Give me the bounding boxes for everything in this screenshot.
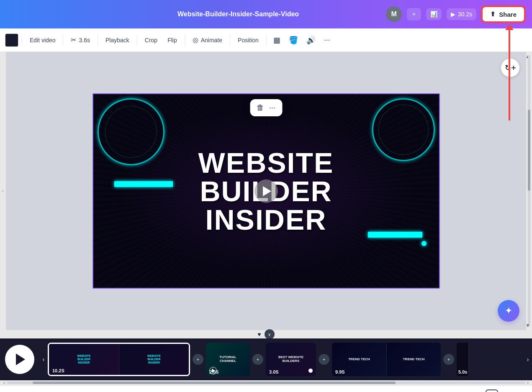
video-frame[interactable]: WEBSITE BUILDER INSIDER 🗑 ··· xyxy=(93,93,440,289)
share-icon: ⬆ xyxy=(490,10,496,18)
clip-3-thumbnail: BEST WEBSITEBUILDERS 3.0s xyxy=(266,343,316,376)
timeline-clip-4[interactable]: TREND TECH TREND TECH 9.9s xyxy=(332,343,441,376)
add-button[interactable]: ＋ xyxy=(407,8,421,20)
clip-3-record-icon xyxy=(308,369,313,373)
position-button[interactable]: Position xyxy=(234,34,263,46)
timeline-clip-2[interactable]: TUTORIALCHANNEL 2.0s xyxy=(206,343,250,376)
position-label: Position xyxy=(238,37,259,44)
divider-5 xyxy=(185,34,185,46)
timeline-clip-1[interactable]: WEBSITE BUILDER INSIDER WEBSITE BUILDER … xyxy=(48,343,190,376)
clip-5-duration: 5.0s xyxy=(458,369,467,374)
edit-video-button[interactable]: Edit video xyxy=(26,34,59,46)
clip-add-between-4-5[interactable]: + xyxy=(443,354,454,365)
refresh-button[interactable]: ↻ xyxy=(501,59,519,77)
timeline-scroll-left[interactable]: ‹ xyxy=(39,343,48,376)
delete-icon[interactable]: 🗑 xyxy=(257,103,264,112)
notes-icon-button[interactable]: ✏ xyxy=(7,389,16,392)
clip-add-between-2-3[interactable]: + xyxy=(252,354,263,365)
crop-button[interactable]: Crop xyxy=(141,34,162,46)
video-title-line1: WEBSITE xyxy=(198,149,334,177)
share-button[interactable]: ⬆ Share xyxy=(481,6,525,23)
bottom-scrollbar[interactable]: ‹ › xyxy=(0,380,532,385)
desktop-view-button[interactable]: 🖥 xyxy=(470,389,481,392)
clip-3-duration: 3.0s xyxy=(269,369,279,374)
help-button[interactable]: ? xyxy=(518,389,525,392)
playback-button[interactable]: Playback xyxy=(101,34,134,46)
clip-1-cyan-text3: INSIDER xyxy=(77,361,91,364)
volume-icon: 🔊 xyxy=(306,36,316,45)
canvas-area[interactable]: WEBSITE BUILDER INSIDER 🗑 ··· ↻ xyxy=(6,52,526,330)
playback-label: Playback xyxy=(105,37,129,44)
divider-6 xyxy=(230,34,230,46)
trim-button[interactable]: ✂ 3.6s xyxy=(67,33,94,46)
magic-ai-button[interactable]: ✦ xyxy=(498,300,519,322)
horizontal-scrollbar-track[interactable] xyxy=(7,382,525,384)
clip-4-duration: 9.9s xyxy=(335,369,345,374)
share-arrow-indicator xyxy=(509,28,510,120)
more-options-icon[interactable]: ··· xyxy=(269,103,275,112)
header-right: M ＋ 📊 ▶ 30.2s ⬆ Share xyxy=(386,6,525,23)
more-icon: ··· xyxy=(324,36,330,44)
project-title: Website-Builder-Insider-Sample-Video xyxy=(177,10,299,18)
more-button[interactable]: ··· xyxy=(321,33,334,47)
page-number-badge: 5 xyxy=(486,389,498,392)
statusbar: ✏ Notes 0:00 / 0:30 29% 🖥 5 ⤢ ? xyxy=(0,385,532,392)
timeline-clip-5-partial[interactable]: 5.0s xyxy=(457,343,469,376)
timeline-expand-button[interactable]: ∨ xyxy=(265,329,275,339)
clip-add-between-3-4[interactable]: + xyxy=(319,354,329,365)
divider-7 xyxy=(266,34,267,46)
clip-add-between-1-2[interactable]: + xyxy=(193,354,203,365)
left-panel-toggle[interactable]: ‹ xyxy=(0,52,6,330)
scrollbar-thumb xyxy=(528,110,530,191)
chart-icon: 📊 xyxy=(430,11,437,18)
toolbar: Edit video ✂ 3.6s Playback Crop Flip ◎ A… xyxy=(0,28,532,52)
timeline-scroll-right[interactable]: › xyxy=(524,343,532,376)
right-scrollbar[interactable]: ▲ ▼ xyxy=(526,52,532,330)
timeline-play-button[interactable] xyxy=(5,345,34,374)
timeline-clips: WEBSITE BUILDER INSIDER WEBSITE BUILDER … xyxy=(48,343,524,376)
context-menu-float: 🗑 ··· xyxy=(250,99,282,116)
sparkle-icon: ✦ xyxy=(505,305,512,316)
flip-button[interactable]: Flip xyxy=(163,34,181,46)
volume-button[interactable]: 🔊 xyxy=(303,33,319,47)
preview-button[interactable]: ▶ 30.2s xyxy=(447,8,476,20)
paint-button[interactable]: 🪣 xyxy=(285,33,301,47)
fullscreen-button[interactable]: ⤢ xyxy=(503,389,513,392)
statusbar-left: ✏ Notes xyxy=(7,389,35,392)
divider-4 xyxy=(137,34,137,46)
clip-2-thumbnail: TUTORIALCHANNEL 2.0s xyxy=(206,343,250,376)
chevron-down-icon: ∨ xyxy=(268,332,271,337)
transparency-button[interactable]: ▦ xyxy=(270,33,284,47)
collapse-icon: ‹ xyxy=(2,189,3,193)
video-title-line2: BUILDER xyxy=(200,177,332,205)
timeline-clip-3[interactable]: BEST WEBSITEBUILDERS 3.0s xyxy=(266,343,316,376)
plus-icon: ＋ xyxy=(411,10,417,18)
share-label: Share xyxy=(499,11,517,18)
scroll-left-arrow[interactable]: ‹ xyxy=(2,380,7,386)
scroll-right-arrow[interactable]: › xyxy=(525,380,530,386)
scrollbar-track[interactable] xyxy=(528,55,530,327)
divider-1 xyxy=(22,34,22,46)
clip-1b-cyan-text2: BUILDER xyxy=(147,358,161,361)
animate-button[interactable]: ◎ Animate xyxy=(188,33,226,46)
avatar-button[interactable]: M xyxy=(386,6,402,22)
plus-small-icon xyxy=(511,65,516,70)
clip-1-duration: 10.2s xyxy=(52,368,64,373)
header-center: Website-Builder-Insider-Sample-Video xyxy=(177,10,299,18)
animate-icon: ◎ xyxy=(193,36,198,44)
analytics-button[interactable]: 📊 xyxy=(426,8,442,20)
clip-1b-cyan-text: WEBSITE xyxy=(147,354,161,358)
main-canvas-area: ‹ WEBSITE BUILDER INSIDER xyxy=(0,52,532,330)
color-swatch[interactable] xyxy=(5,33,18,47)
clip-1-thumbnail: WEBSITE BUILDER INSIDER WEBSITE BUILDER … xyxy=(49,344,189,375)
trim-duration: 3.6s xyxy=(79,37,90,44)
paint-icon: 🪣 xyxy=(289,36,298,45)
clip-1-cyan-text: WEBSITE xyxy=(77,354,91,358)
crop-label: Crop xyxy=(145,37,157,44)
timeline-play-triangle xyxy=(16,354,25,365)
preview-duration: 30.2s xyxy=(458,11,472,18)
clip-1b-cyan-text3: INSIDER xyxy=(147,361,161,364)
animate-label: Animate xyxy=(201,37,222,44)
scroll-down-arrow[interactable]: ▼ xyxy=(525,323,530,328)
timeline: ‹ WEBSITE BUILDER INSIDER WEBSITE BUI xyxy=(0,338,532,380)
